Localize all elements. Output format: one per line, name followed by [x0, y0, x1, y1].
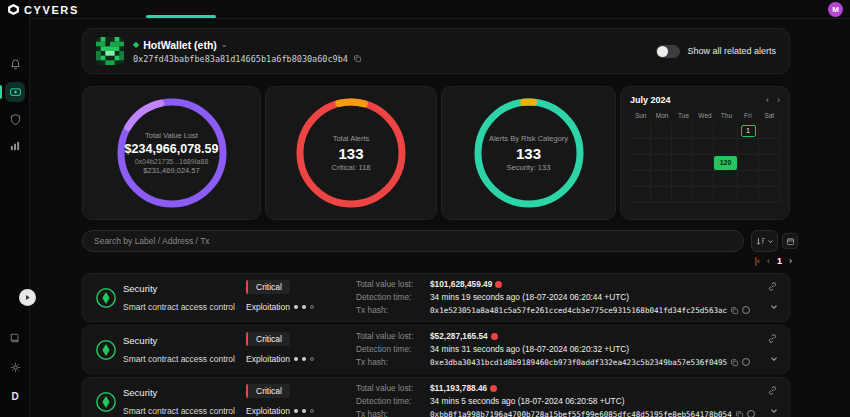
calendar-cell[interactable]	[693, 155, 714, 171]
gear-icon	[9, 361, 22, 374]
show-related-alerts-toggle[interactable]	[656, 45, 680, 58]
pagination-first-button[interactable]: |‹	[755, 256, 760, 266]
sidebar-item-settings[interactable]	[5, 357, 25, 377]
label-tx-hash: Tx hash:	[356, 409, 430, 417]
calendar-cell[interactable]	[693, 171, 714, 187]
calendar-cell[interactable]	[759, 171, 780, 187]
phase-label: Exploitation	[246, 354, 290, 364]
date-filter-button[interactable]	[782, 233, 798, 249]
sidebar-item-alerts[interactable]	[5, 54, 25, 74]
sidebar-item-d-app[interactable]: D	[5, 386, 25, 406]
calendar-day-1: 1	[741, 125, 756, 137]
sort-button[interactable]	[751, 230, 778, 252]
calendar-cell[interactable]	[714, 187, 738, 203]
phase-dot	[302, 305, 306, 309]
phase-dot	[302, 357, 306, 361]
explorer-icon[interactable]	[742, 358, 750, 366]
calendar-cell[interactable]	[714, 171, 738, 187]
calendar-cell[interactable]	[672, 155, 693, 171]
calendar-cell[interactable]	[672, 187, 693, 203]
alert-detection-time: 34 mins 31 seconds ago (18-07-2024 06:20…	[430, 344, 629, 354]
phase-label: Exploitation	[246, 406, 290, 416]
cyvers-logo-icon	[7, 3, 20, 16]
label-detection: Detection time:	[356, 344, 430, 354]
phase-label: Exploitation	[246, 302, 290, 312]
sidebar-item-monitoring[interactable]	[5, 82, 25, 102]
link-icon[interactable]	[767, 385, 778, 396]
calendar-cell[interactable]	[759, 123, 780, 139]
alert-tx-hash: 0xbb8f1a998b7196a4700b728a15bef55f99e608…	[430, 410, 732, 417]
toggle-label: Show all related alerts	[687, 46, 776, 56]
calendar-cell[interactable]	[738, 187, 759, 203]
copy-icon[interactable]	[353, 54, 362, 63]
wallet-avatar	[96, 37, 124, 65]
calendar-cell[interactable]	[630, 155, 651, 171]
stat-sub: Security: 133	[469, 163, 589, 172]
phase-dot-empty	[310, 357, 314, 361]
calendar-next-button[interactable]: ›	[777, 95, 780, 105]
book-icon	[9, 332, 21, 344]
calendar-cell[interactable]	[630, 187, 651, 203]
wallet-selector[interactable]: ◆ HotWallet (eth) ⌄	[133, 39, 362, 51]
calendar-cell[interactable]	[630, 123, 651, 139]
stat-title: Total Value Lost	[112, 131, 232, 140]
day-header: Wed	[694, 112, 715, 119]
pagination-next-button[interactable]: ›	[789, 256, 792, 266]
calendar-cell[interactable]	[738, 171, 759, 187]
calendar-cell[interactable]	[714, 123, 738, 139]
alert-row[interactable]: Security Smart contract access control C…	[82, 273, 790, 322]
play-icon	[24, 294, 31, 301]
calendar-prev-button[interactable]: ‹	[766, 95, 769, 105]
calendar-cell[interactable]	[759, 187, 780, 203]
sidebar-item-protection[interactable]	[5, 109, 25, 129]
day-header: Sun	[630, 112, 651, 119]
calendar-cell[interactable]	[651, 187, 672, 203]
link-icon[interactable]	[767, 281, 778, 292]
copy-icon[interactable]	[730, 358, 739, 367]
calendar-cell[interactable]	[630, 139, 651, 155]
phase-dot-empty	[310, 305, 314, 309]
user-avatar[interactable]: M	[828, 2, 843, 17]
sidebar-item-docs[interactable]	[5, 328, 25, 348]
calendar-cell[interactable]	[651, 171, 672, 187]
calendar-cell[interactable]	[651, 139, 672, 155]
calendar-cell[interactable]	[630, 171, 651, 187]
eth-icon: ◆	[133, 40, 139, 49]
explorer-icon[interactable]	[747, 410, 755, 417]
calendar-cell[interactable]	[651, 155, 672, 171]
explorer-icon[interactable]	[742, 306, 750, 314]
copy-icon[interactable]	[730, 306, 739, 315]
alert-row[interactable]: Security Smart contract access control C…	[82, 377, 790, 417]
calendar-cell[interactable]	[651, 123, 672, 139]
help-play-button[interactable]	[19, 289, 36, 306]
calendar-cell[interactable]	[714, 139, 738, 155]
expand-chevron-icon[interactable]	[769, 302, 779, 312]
pagination-prev-button[interactable]: ‹	[767, 256, 770, 266]
calendar-cell-day1[interactable]: 1	[738, 123, 759, 139]
search-input[interactable]	[94, 236, 732, 246]
calendar-cell[interactable]	[672, 123, 693, 139]
stat-sub: Critical: 118	[291, 163, 411, 172]
calendar-cell[interactable]	[693, 123, 714, 139]
calendar-cell[interactable]	[738, 155, 759, 171]
calendar-cell[interactable]	[693, 139, 714, 155]
expand-chevron-icon[interactable]	[769, 354, 779, 364]
calendar-cell[interactable]	[672, 171, 693, 187]
calendar-cell[interactable]	[672, 139, 693, 155]
expand-chevron-icon[interactable]	[769, 406, 779, 416]
alert-type: Smart contract access control	[123, 406, 235, 416]
calendar-cell[interactable]	[738, 139, 759, 155]
header-divider	[30, 18, 850, 19]
monitor-icon	[9, 86, 22, 99]
active-tab-indicator	[146, 15, 216, 18]
calendar-cell-count[interactable]: 120	[714, 155, 738, 171]
pagination-page[interactable]: 1	[777, 256, 782, 266]
calendar-cell[interactable]	[693, 187, 714, 203]
alert-row[interactable]: Security Smart contract access control C…	[82, 325, 790, 374]
link-icon[interactable]	[767, 333, 778, 344]
calendar-cell[interactable]	[759, 155, 780, 171]
brand-logo[interactable]: CYVERS	[7, 3, 79, 16]
copy-icon[interactable]	[735, 410, 744, 417]
calendar-cell[interactable]	[759, 139, 780, 155]
sidebar-item-analytics[interactable]	[5, 136, 25, 156]
